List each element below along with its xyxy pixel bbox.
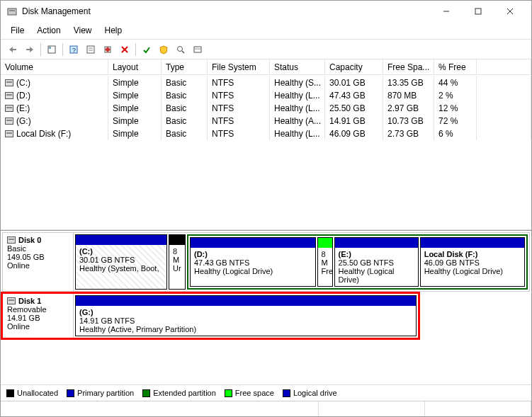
volume-icon: [5, 92, 13, 99]
extended-partition-group: (D:) 47.43 GB NTFS Healthy (Logical Driv…: [187, 234, 528, 290]
volume-type: Basic: [162, 127, 208, 140]
table-row[interactable]: (G:)SimpleBasicNTFSHealthy (A...14.91 GB…: [1, 115, 531, 127]
shield-icon[interactable]: [156, 42, 171, 57]
partition-d-name: (D:): [194, 250, 312, 258]
volume-pct: 6 %: [434, 127, 477, 140]
svg-point-21: [178, 46, 183, 51]
volume-type: Basic: [162, 89, 208, 102]
partition-c[interactable]: (C:) 30.01 GB NTFS Healthy (System, Boot…: [75, 234, 167, 290]
table-row[interactable]: Local Disk (F:)SimpleBasicNTFSHealthy (L…: [1, 127, 531, 140]
graphical-view: Disk 0 Basic 149.05 GB Online (C:) 30.01…: [1, 230, 531, 384]
nav-forward-icon[interactable]: [22, 42, 38, 57]
svg-text:?: ?: [72, 47, 76, 54]
partition-e[interactable]: (E:) 25.50 GB NTFS Healthy (Logical Driv…: [334, 237, 419, 287]
partition-c-name: (C:): [79, 247, 163, 256]
check-icon[interactable]: [139, 42, 154, 57]
volume-icon: [5, 118, 13, 125]
col-type[interactable]: Type: [162, 59, 208, 74]
volume-list: Volume Layout Type File System Status Ca…: [1, 59, 531, 230]
partition-un-health: Ur: [173, 264, 181, 273]
col-freespace[interactable]: Free Spa...: [383, 59, 434, 74]
partition-f-info: 46.09 GB NTFS: [424, 258, 521, 267]
partition-fs-info: 8 M: [322, 250, 329, 267]
volume-name: (C:): [16, 78, 30, 88]
maximize-button[interactable]: [462, 1, 494, 22]
volume-pct: 2 %: [434, 89, 477, 102]
svg-rect-11: [49, 47, 51, 49]
table-row[interactable]: (D:)SimpleBasicNTFSHealthy (L...47.43 GB…: [1, 89, 531, 102]
volume-capacity: 25.50 GB: [325, 102, 383, 115]
volume-layout: Simple: [108, 127, 162, 140]
help-icon[interactable]: ?: [66, 42, 81, 57]
stripe-unallocated: [169, 235, 185, 245]
legend: Unallocated Primary partition Extended p…: [1, 384, 531, 401]
disk-1-type: Removable: [7, 305, 69, 314]
menubar: File Action View Help: [1, 22, 531, 40]
search-icon[interactable]: [173, 42, 188, 57]
volume-fs: NTFS: [208, 89, 270, 102]
svg-line-22: [182, 51, 184, 53]
refresh-icon[interactable]: [44, 42, 60, 57]
col-volume[interactable]: Volume: [1, 59, 108, 74]
disk-1-name: Disk 1: [18, 297, 41, 305]
col-pctfree[interactable]: % Free: [434, 59, 477, 74]
col-extra[interactable]: [477, 59, 531, 74]
action-flag-icon[interactable]: [100, 42, 115, 57]
stripe-logical: [421, 238, 524, 248]
close-button[interactable]: [494, 1, 526, 22]
svg-rect-1: [9, 10, 15, 11]
partition-unallocated[interactable]: 8 M Ur: [169, 234, 186, 290]
menu-help[interactable]: Help: [99, 23, 128, 38]
nav-back-icon[interactable]: [5, 42, 21, 57]
disk-0-partitions: (C:) 30.01 GB NTFS Healthy (System, Boot…: [74, 233, 529, 291]
partition-freespace[interactable]: 8 M Fre: [317, 237, 333, 287]
volume-type: Basic: [162, 76, 208, 89]
volume-icon: [5, 105, 13, 112]
partition-f[interactable]: Local Disk (F:) 46.09 GB NTFS Healthy (L…: [420, 237, 525, 287]
volume-layout: Simple: [108, 102, 162, 115]
menu-action[interactable]: Action: [31, 23, 66, 38]
menu-file[interactable]: File: [5, 23, 30, 38]
disk-0-status: Online: [7, 261, 69, 270]
volume-capacity: 14.91 GB: [325, 115, 383, 127]
disk-1-row[interactable]: Disk 1 Removable 14.91 GB Online (G:) 14…: [2, 293, 419, 338]
menu-view[interactable]: View: [68, 23, 98, 38]
partition-un-info: 8 M: [173, 247, 181, 264]
volume-free: 2.97 GB: [383, 102, 434, 115]
partition-c-info: 30.01 GB NTFS: [79, 256, 163, 264]
partition-g-health: Healthy (Active, Primary Partition): [79, 325, 412, 333]
volume-name: (G:): [16, 116, 31, 126]
partition-g[interactable]: (G:) 14.91 GB NTFS Healthy (Active, Prim…: [75, 295, 417, 336]
volume-free: 10.73 GB: [383, 115, 434, 127]
disk-icon: [7, 297, 16, 304]
volume-layout: Simple: [108, 89, 162, 102]
disk-icon: [7, 236, 16, 244]
stripe-primary: [76, 296, 416, 306]
list-icon[interactable]: [190, 42, 205, 57]
table-row[interactable]: (E:)SimpleBasicNTFSHealthy (L...25.50 GB…: [1, 102, 531, 115]
delete-icon[interactable]: [117, 42, 132, 57]
volume-icon: [5, 79, 13, 86]
legend-logical: Logical drive: [283, 389, 337, 397]
volume-name: (E:): [16, 103, 30, 113]
disk-1-size: 14.91 GB: [7, 314, 69, 322]
partition-f-name: Local Disk (F:): [424, 250, 521, 258]
minimize-button[interactable]: [430, 1, 462, 22]
disk-0-row[interactable]: Disk 0 Basic 149.05 GB Online (C:) 30.01…: [2, 232, 530, 292]
disk-1-status: Online: [7, 322, 69, 331]
titlebar: Disk Management: [1, 1, 531, 22]
col-capacity[interactable]: Capacity: [325, 59, 383, 74]
volume-fs: NTFS: [208, 127, 270, 140]
svg-marker-8: [30, 47, 33, 52]
svg-rect-7: [13, 49, 16, 50]
volume-status: Healthy (A...: [270, 115, 325, 127]
col-layout[interactable]: Layout: [108, 59, 162, 74]
partition-e-health: Healthy (Logical Drive): [339, 267, 414, 284]
col-filesystem[interactable]: File System: [208, 59, 270, 74]
properties-icon[interactable]: [83, 42, 98, 57]
partition-d[interactable]: (D:) 47.43 GB NTFS Healthy (Logical Driv…: [190, 237, 316, 287]
volume-capacity: 30.01 GB: [325, 76, 383, 89]
table-row[interactable]: (C:)SimpleBasicNTFSHealthy (S...30.01 GB…: [1, 76, 531, 89]
volume-fs: NTFS: [208, 76, 270, 89]
col-status[interactable]: Status: [270, 59, 325, 74]
